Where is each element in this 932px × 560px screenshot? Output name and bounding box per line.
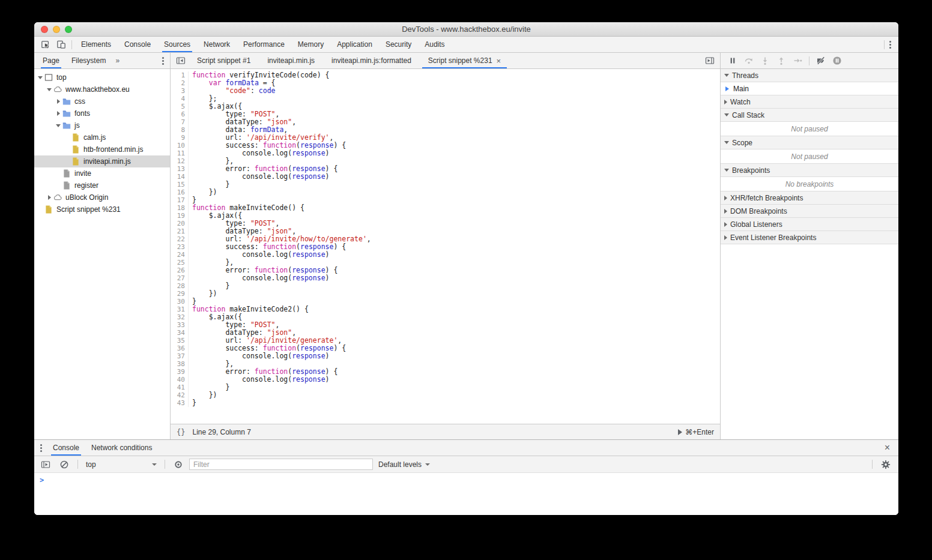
tree-item-js[interactable]: js	[34, 119, 170, 131]
line-number[interactable]: 30	[171, 298, 189, 306]
zoom-window-button[interactable]	[65, 26, 72, 33]
line-number[interactable]: 42	[171, 391, 189, 399]
line-number[interactable]: 27	[171, 274, 189, 282]
drawer-tab-network-conditions[interactable]: Network conditions	[85, 440, 158, 456]
step-out-button[interactable]	[774, 53, 788, 68]
step-over-button[interactable]	[742, 53, 756, 68]
section-watch[interactable]: Watch	[721, 95, 898, 109]
navigator-tab-page[interactable]: Page	[37, 53, 65, 68]
code-line[interactable]: 29 })	[171, 290, 720, 298]
drawer-menu-button[interactable]	[38, 442, 44, 454]
line-number[interactable]: 38	[171, 360, 189, 368]
inspect-element-button[interactable]	[38, 37, 53, 52]
section-breakpoints[interactable]: Breakpoints	[721, 164, 898, 177]
tree-item-top[interactable]: top	[34, 71, 170, 83]
tree-item-css[interactable]: css	[34, 95, 170, 107]
console-context-dropdown[interactable]: top	[83, 460, 159, 469]
tab-network[interactable]: Network	[197, 37, 237, 52]
close-tab-icon[interactable]: ×	[497, 57, 501, 65]
line-number[interactable]: 1	[171, 71, 189, 79]
section-dom-breakpoints[interactable]: DOM Breakpoints	[721, 205, 898, 218]
section-threads[interactable]: Threads	[721, 69, 898, 82]
line-number[interactable]: 2	[171, 79, 189, 87]
code-line[interactable]: 18function makeInviteCode() {	[171, 204, 720, 212]
tab-sources[interactable]: Sources	[157, 37, 197, 52]
line-number[interactable]: 13	[171, 165, 189, 173]
tree-item-www-hackthebox-eu[interactable]: www.hackthebox.eu	[34, 83, 170, 95]
step-button[interactable]	[790, 53, 805, 68]
tree-item-invite[interactable]: invite	[34, 167, 170, 179]
line-number[interactable]: 37	[171, 352, 189, 360]
console-prompt-chevron[interactable]: >	[40, 476, 44, 484]
code-line[interactable]: 4 };	[171, 95, 720, 103]
deactivate-bp-button[interactable]	[814, 53, 828, 68]
line-number[interactable]: 21	[171, 227, 189, 235]
console-messages-area[interactable]: >	[34, 473, 898, 515]
line-number[interactable]: 40	[171, 376, 189, 384]
line-number[interactable]: 16	[171, 188, 189, 196]
line-number[interactable]: 43	[171, 399, 189, 407]
code-editor[interactable]: 1function verifyInviteCode(code) {2 var …	[171, 69, 720, 424]
tab-audits[interactable]: Audits	[418, 37, 451, 52]
device-toolbar-button[interactable]	[53, 37, 69, 52]
chevron-down-icon[interactable]	[47, 88, 52, 91]
code-line[interactable]: 41 }	[171, 384, 720, 391]
line-number[interactable]: 14	[171, 173, 189, 181]
code-line[interactable]: 14 console.log(response)	[171, 173, 720, 181]
code-line[interactable]: 15 }	[171, 181, 720, 188]
toggle-navigator-button[interactable]	[173, 53, 189, 68]
line-number[interactable]: 12	[171, 157, 189, 165]
tree-item-fonts[interactable]: fonts	[34, 107, 170, 119]
editor-tab-script-snippet-231[interactable]: Script snippet %231×	[420, 53, 509, 68]
clear-console-button[interactable]	[56, 457, 72, 472]
code-line[interactable]: 31function makeInviteCode2() {	[171, 306, 720, 313]
code-line-content[interactable]: }	[192, 399, 196, 407]
line-number[interactable]: 17	[171, 196, 189, 204]
chevron-right-icon[interactable]	[57, 99, 60, 104]
line-number[interactable]: 11	[171, 149, 189, 157]
line-number[interactable]: 25	[171, 259, 189, 266]
line-number[interactable]: 31	[171, 306, 189, 313]
code-line[interactable]: 28 }	[171, 282, 720, 290]
line-number[interactable]: 9	[171, 134, 189, 142]
line-number[interactable]: 34	[171, 329, 189, 337]
chevron-right-icon[interactable]	[48, 195, 51, 200]
step-into-button[interactable]	[758, 53, 772, 68]
line-number[interactable]: 24	[171, 251, 189, 259]
drawer-tab-console[interactable]: Console	[47, 440, 85, 456]
line-number[interactable]: 7	[171, 118, 189, 126]
code-line[interactable]: 11 console.log(response)	[171, 149, 720, 157]
chevron-down-icon[interactable]	[56, 124, 61, 127]
console-filter-input[interactable]	[189, 459, 373, 470]
line-number[interactable]: 19	[171, 212, 189, 220]
console-sidebar-button[interactable]	[38, 457, 53, 472]
editor-tab-script-snippet-1[interactable]: Script snippet #1	[189, 53, 259, 68]
code-line[interactable]: 16 })	[171, 188, 720, 196]
line-number[interactable]: 36	[171, 345, 189, 352]
pause-button[interactable]	[725, 53, 740, 68]
line-number[interactable]: 4	[171, 95, 189, 103]
line-number[interactable]: 32	[171, 313, 189, 321]
line-number[interactable]: 10	[171, 142, 189, 149]
line-number[interactable]: 22	[171, 235, 189, 243]
devtools-menu-button[interactable]	[887, 38, 894, 51]
code-line[interactable]: 27 console.log(response)	[171, 274, 720, 282]
tab-elements[interactable]: Elements	[74, 37, 118, 52]
tab-console[interactable]: Console	[118, 37, 157, 52]
editor-tab-inviteapi-min-js[interactable]: inviteapi.min.js	[259, 53, 323, 68]
line-number[interactable]: 20	[171, 220, 189, 227]
tree-item-script-snippet-231[interactable]: Script snippet %231	[34, 203, 170, 215]
editor-tab-inviteapi-min-js-formatted[interactable]: inviteapi.min.js:formatted	[323, 53, 420, 68]
navigator-menu-button[interactable]	[160, 55, 166, 67]
line-number[interactable]: 28	[171, 282, 189, 290]
line-number[interactable]: 29	[171, 290, 189, 298]
toggle-debugger-button[interactable]	[702, 53, 718, 68]
line-number[interactable]: 5	[171, 103, 189, 110]
code-line[interactable]: 24 console.log(response)	[171, 251, 720, 259]
tree-item-calm-js[interactable]: calm.js	[34, 131, 170, 143]
line-number[interactable]: 23	[171, 243, 189, 251]
more-tabs-button[interactable]: »	[112, 56, 123, 65]
section-call-stack[interactable]: Call Stack	[721, 109, 898, 122]
code-line[interactable]: 42 })	[171, 391, 720, 399]
tree-item-register[interactable]: register	[34, 179, 170, 191]
